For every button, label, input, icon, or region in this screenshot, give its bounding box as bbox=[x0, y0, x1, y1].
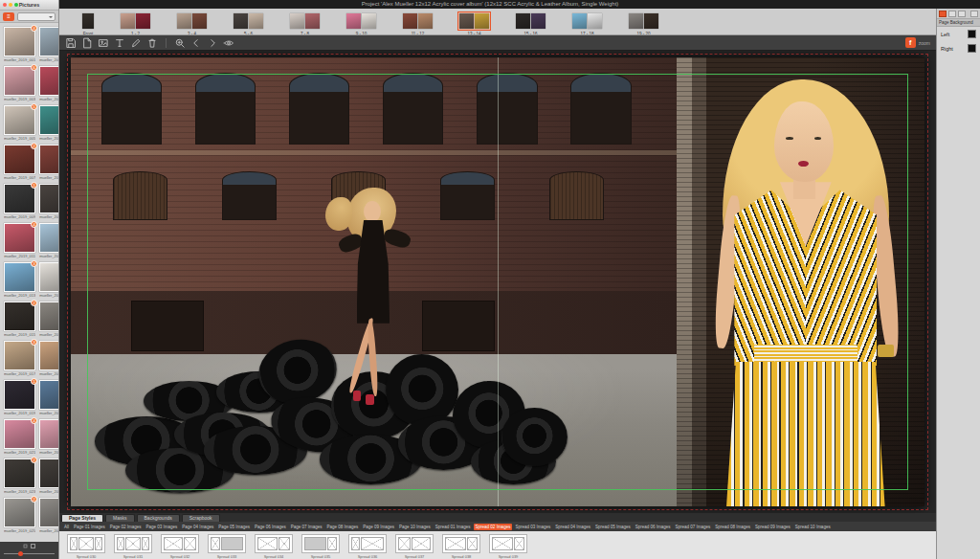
spread-strip-item-15-16[interactable]: 15 - 16 bbox=[514, 11, 547, 35]
template-spread-038[interactable]: Spread 038 bbox=[442, 534, 480, 559]
pictures-collection-dropdown[interactable] bbox=[17, 12, 56, 21]
pictures-menu-button[interactable]: ≡ bbox=[3, 12, 14, 21]
filter-tab-page-06-images[interactable]: Page 06 Images bbox=[253, 524, 288, 530]
panel-tab-text-icon[interactable] bbox=[958, 11, 966, 17]
filter-tab-spread-01-images[interactable]: Spread 01 Images bbox=[434, 524, 473, 530]
tab-scrapbook[interactable]: Scrapbook bbox=[182, 514, 220, 522]
picture-thumbnail[interactable]: 1mueller_2019_014 bbox=[39, 262, 58, 298]
picture-thumbnail[interactable]: 5mueller_2019_005 bbox=[4, 105, 35, 141]
picture-thumbnail[interactable]: 2mueller_2019_004 bbox=[39, 66, 58, 101]
thumbnail-size-slider-knob[interactable] bbox=[18, 551, 23, 556]
zoom-window-icon[interactable] bbox=[14, 3, 18, 7]
filter-tab-page-08-images[interactable]: Page 08 Images bbox=[324, 524, 360, 530]
filter-tab-spread-02-images[interactable]: Spread 02 Images bbox=[474, 524, 513, 530]
template-spread-032[interactable]: Spread 032 bbox=[161, 534, 199, 559]
template-spread-030[interactable]: Spread 030 bbox=[67, 534, 105, 559]
spread-strip-item-13-14[interactable]: 13 - 14 bbox=[457, 11, 491, 35]
filter-tab-page-05-images[interactable]: Page 05 Images bbox=[216, 524, 252, 530]
picture-thumbnail[interactable]: 4mueller_2019_011 bbox=[4, 223, 35, 258]
zoom-icon[interactable] bbox=[174, 37, 186, 49]
picture-thumbnail[interactable]: 3mueller_2019_013 bbox=[4, 262, 35, 298]
filter-tab-page-10-images[interactable]: Page 10 Images bbox=[397, 524, 433, 530]
template-spread-034[interactable]: Spread 034 bbox=[255, 534, 293, 559]
picture-thumbnail[interactable]: 2mueller_2019_020 bbox=[39, 380, 58, 415]
filter-tab-page-01-images[interactable]: Page 01 Images bbox=[72, 524, 107, 530]
spread-strip-item-7-8[interactable]: 7 - 8 bbox=[288, 11, 322, 35]
filter-tab-page-02-images[interactable]: Page 02 Images bbox=[108, 524, 144, 530]
filter-tab-spread-07-images[interactable]: Spread 07 Images bbox=[674, 524, 713, 530]
template-spread-036[interactable]: Spread 036 bbox=[348, 534, 387, 559]
template-spread-035[interactable]: Spread 035 bbox=[301, 534, 340, 559]
filter-tab-page-03-images[interactable]: Page 03 Images bbox=[145, 524, 180, 530]
page-background-swatch-left[interactable] bbox=[968, 30, 976, 38]
filter-tab-spread-10-images[interactable]: Spread 10 Images bbox=[793, 524, 833, 530]
save-icon[interactable] bbox=[65, 37, 77, 49]
picture-thumbnail[interactable]: 3mueller_2019_026 bbox=[39, 498, 58, 533]
picture-thumbnail[interactable]: 4mueller_2019_021 bbox=[4, 419, 35, 455]
picture-thumbnail[interactable]: 3mueller_2019_010 bbox=[39, 184, 58, 219]
app-logo-badge[interactable]: f bbox=[905, 37, 916, 48]
tab-page-styles[interactable]: Page Styles bbox=[61, 514, 103, 522]
picture-thumbnail[interactable]: 1mueller_2019_024 bbox=[39, 458, 58, 494]
template-spread-039[interactable]: Spread 039 bbox=[489, 534, 527, 559]
picture-thumbnail[interactable]: 3mueller_2019_006 bbox=[39, 105, 58, 141]
picture-thumbnail[interactable]: 3mueller_2019_002 bbox=[39, 27, 58, 62]
template-spread-037[interactable]: Spread 037 bbox=[395, 534, 434, 559]
filter-tab-spread-03-images[interactable]: Spread 03 Images bbox=[513, 524, 552, 530]
template-spread-031[interactable]: Spread 031 bbox=[114, 534, 152, 559]
spread-strip-item-17-18[interactable]: 17 - 18 bbox=[570, 11, 604, 35]
template-spread-033[interactable]: Spread 033 bbox=[208, 534, 246, 559]
filter-tab-spread-09-images[interactable]: Spread 09 Images bbox=[753, 524, 792, 530]
spread-photo-left[interactable] bbox=[71, 57, 677, 506]
new-page-icon[interactable] bbox=[81, 37, 93, 49]
spread-strip-item-11-12[interactable]: 11 - 12 bbox=[401, 11, 434, 35]
spread-strip-item-3-4[interactable]: 3 - 4 bbox=[175, 11, 209, 35]
picture-thumbnail[interactable]: 6mueller_2019_003 bbox=[4, 66, 35, 101]
picture-thumbnail[interactable]: 1mueller_2019_009 bbox=[4, 184, 35, 219]
eye-icon[interactable] bbox=[223, 37, 234, 49]
panel-page-icon[interactable] bbox=[970, 11, 978, 17]
spread-strip-item-1-2[interactable]: 1 - 2 bbox=[119, 11, 152, 35]
text-icon[interactable] bbox=[114, 37, 125, 49]
spread-strip-item-5-6[interactable]: 5 - 6 bbox=[232, 11, 265, 35]
thumbnail-size-slider[interactable] bbox=[4, 553, 55, 554]
spread-strip-item-9-10[interactable]: 9 - 10 bbox=[345, 11, 378, 35]
brush-icon[interactable] bbox=[130, 37, 142, 49]
design-canvas[interactable] bbox=[59, 51, 936, 513]
spread-strip-item-front[interactable]: Front bbox=[80, 11, 96, 35]
image-icon[interactable] bbox=[98, 37, 109, 49]
picture-thumbnail[interactable]: 2mueller_2019_012 bbox=[39, 223, 58, 258]
page-background-swatch-right[interactable] bbox=[968, 44, 976, 53]
trash-icon[interactable] bbox=[146, 37, 158, 49]
spread-strip-item-19-20[interactable]: 19 - 20 bbox=[627, 11, 660, 35]
album-spread[interactable] bbox=[71, 57, 924, 506]
panel-tab-background-icon[interactable] bbox=[939, 11, 947, 17]
chevron-right-icon[interactable] bbox=[207, 37, 218, 49]
filter-tab-spread-04-images[interactable]: Spread 04 Images bbox=[553, 524, 592, 530]
picture-thumbnail[interactable]: 2mueller_2019_025 bbox=[4, 498, 35, 533]
picture-thumbnail[interactable]: 2mueller_2019_007 bbox=[4, 145, 35, 180]
close-window-icon[interactable] bbox=[3, 3, 7, 7]
picture-thumbnail[interactable]: 2mueller_2019_018 bbox=[39, 341, 58, 376]
spread-photo-right[interactable] bbox=[677, 57, 924, 506]
filter-tab-all[interactable]: All bbox=[62, 524, 71, 530]
filter-tab-page-07-images[interactable]: Page 07 Images bbox=[289, 524, 324, 530]
filter-tab-spread-06-images[interactable]: Spread 06 Images bbox=[634, 524, 673, 530]
filter-tab-spread-08-images[interactable]: Spread 08 Images bbox=[713, 524, 752, 530]
picture-thumbnail[interactable]: 2mueller_2019_015 bbox=[4, 302, 35, 337]
picture-thumbnail[interactable]: 2mueller_2019_023 bbox=[4, 458, 35, 494]
panel-tab-layout-icon[interactable] bbox=[948, 11, 956, 17]
minimize-window-icon[interactable] bbox=[9, 3, 12, 7]
tab-masks[interactable]: Masks bbox=[105, 514, 134, 522]
picture-thumbnail[interactable]: 1mueller_2019_019 bbox=[4, 380, 35, 415]
filter-tab-page-09-images[interactable]: Page 09 Images bbox=[361, 524, 396, 530]
chevron-left-icon[interactable] bbox=[190, 37, 202, 49]
picture-thumbnail[interactable]: 3mueller_2019_017 bbox=[4, 341, 35, 376]
pictures-panel-titlebar[interactable]: Pictures bbox=[0, 0, 58, 11]
picture-thumbnail[interactable]: 2mueller_2019_008 bbox=[39, 145, 58, 180]
filter-tab-spread-05-images[interactable]: Spread 05 Images bbox=[593, 524, 633, 530]
filter-tab-page-04-images[interactable]: Page 04 Images bbox=[180, 524, 215, 530]
picture-thumbnail[interactable]: 4mueller_2019_001 bbox=[4, 27, 35, 62]
picture-thumbnail[interactable]: 3mueller_2019_022 bbox=[39, 419, 58, 455]
picture-thumbnail[interactable]: 2mueller_2019_016 bbox=[39, 302, 58, 337]
